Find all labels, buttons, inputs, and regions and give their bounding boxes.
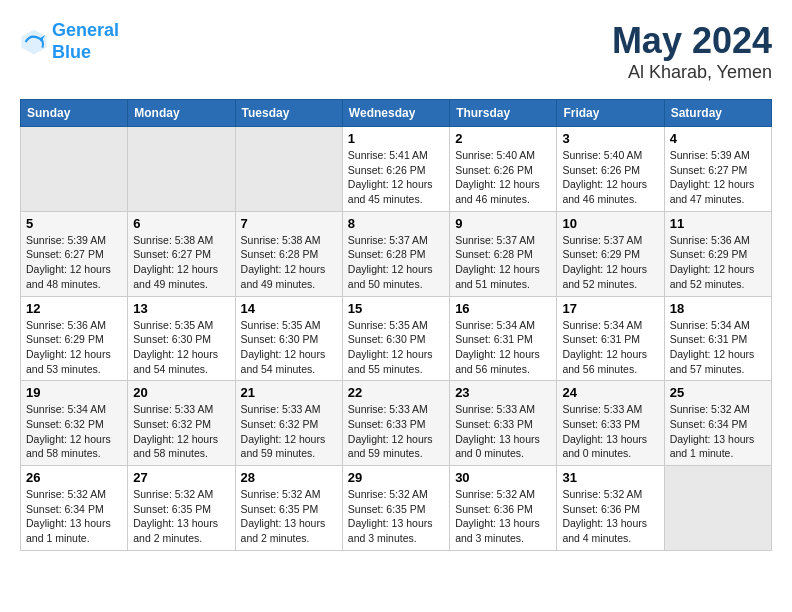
day-number: 15: [348, 301, 444, 316]
day-number: 8: [348, 216, 444, 231]
calendar-cell: 31Sunrise: 5:32 AM Sunset: 6:36 PM Dayli…: [557, 466, 664, 551]
weekday-header: Thursday: [450, 100, 557, 127]
calendar-cell: 12Sunrise: 5:36 AM Sunset: 6:29 PM Dayli…: [21, 296, 128, 381]
day-number: 16: [455, 301, 551, 316]
calendar-cell: 3Sunrise: 5:40 AM Sunset: 6:26 PM Daylig…: [557, 127, 664, 212]
day-number: 7: [241, 216, 337, 231]
day-number: 6: [133, 216, 229, 231]
day-number: 21: [241, 385, 337, 400]
day-number: 25: [670, 385, 766, 400]
day-number: 5: [26, 216, 122, 231]
calendar-cell: 9Sunrise: 5:37 AM Sunset: 6:28 PM Daylig…: [450, 211, 557, 296]
calendar-cell: 5Sunrise: 5:39 AM Sunset: 6:27 PM Daylig…: [21, 211, 128, 296]
day-info: Sunrise: 5:32 AM Sunset: 6:36 PM Dayligh…: [562, 487, 658, 546]
day-info: Sunrise: 5:32 AM Sunset: 6:35 PM Dayligh…: [348, 487, 444, 546]
day-number: 29: [348, 470, 444, 485]
calendar-cell: 21Sunrise: 5:33 AM Sunset: 6:32 PM Dayli…: [235, 381, 342, 466]
day-info: Sunrise: 5:33 AM Sunset: 6:32 PM Dayligh…: [133, 402, 229, 461]
day-number: 28: [241, 470, 337, 485]
day-number: 30: [455, 470, 551, 485]
page-header: General Blue May 2024 Al Kharab, Yemen: [20, 20, 772, 83]
day-number: 10: [562, 216, 658, 231]
calendar-subtitle: Al Kharab, Yemen: [612, 62, 772, 83]
day-info: Sunrise: 5:33 AM Sunset: 6:33 PM Dayligh…: [562, 402, 658, 461]
day-number: 1: [348, 131, 444, 146]
day-info: Sunrise: 5:41 AM Sunset: 6:26 PM Dayligh…: [348, 148, 444, 207]
logo-icon: [20, 28, 48, 56]
calendar-cell: 6Sunrise: 5:38 AM Sunset: 6:27 PM Daylig…: [128, 211, 235, 296]
day-info: Sunrise: 5:32 AM Sunset: 6:35 PM Dayligh…: [133, 487, 229, 546]
calendar-cell: 22Sunrise: 5:33 AM Sunset: 6:33 PM Dayli…: [342, 381, 449, 466]
day-info: Sunrise: 5:34 AM Sunset: 6:31 PM Dayligh…: [670, 318, 766, 377]
day-number: 13: [133, 301, 229, 316]
calendar-cell: 13Sunrise: 5:35 AM Sunset: 6:30 PM Dayli…: [128, 296, 235, 381]
day-info: Sunrise: 5:32 AM Sunset: 6:36 PM Dayligh…: [455, 487, 551, 546]
day-info: Sunrise: 5:38 AM Sunset: 6:28 PM Dayligh…: [241, 233, 337, 292]
logo: General Blue: [20, 20, 119, 63]
day-info: Sunrise: 5:34 AM Sunset: 6:32 PM Dayligh…: [26, 402, 122, 461]
calendar-week-row: 1Sunrise: 5:41 AM Sunset: 6:26 PM Daylig…: [21, 127, 772, 212]
calendar-cell: 1Sunrise: 5:41 AM Sunset: 6:26 PM Daylig…: [342, 127, 449, 212]
day-number: 17: [562, 301, 658, 316]
calendar-cell: 15Sunrise: 5:35 AM Sunset: 6:30 PM Dayli…: [342, 296, 449, 381]
calendar-cell: 26Sunrise: 5:32 AM Sunset: 6:34 PM Dayli…: [21, 466, 128, 551]
day-info: Sunrise: 5:32 AM Sunset: 6:34 PM Dayligh…: [26, 487, 122, 546]
day-info: Sunrise: 5:39 AM Sunset: 6:27 PM Dayligh…: [670, 148, 766, 207]
calendar-cell: 2Sunrise: 5:40 AM Sunset: 6:26 PM Daylig…: [450, 127, 557, 212]
weekday-header: Sunday: [21, 100, 128, 127]
calendar-cell: 7Sunrise: 5:38 AM Sunset: 6:28 PM Daylig…: [235, 211, 342, 296]
calendar-cell: 29Sunrise: 5:32 AM Sunset: 6:35 PM Dayli…: [342, 466, 449, 551]
day-info: Sunrise: 5:40 AM Sunset: 6:26 PM Dayligh…: [455, 148, 551, 207]
calendar-cell: [21, 127, 128, 212]
weekday-header: Wednesday: [342, 100, 449, 127]
day-info: Sunrise: 5:34 AM Sunset: 6:31 PM Dayligh…: [562, 318, 658, 377]
calendar-cell: [664, 466, 771, 551]
day-number: 26: [26, 470, 122, 485]
day-number: 12: [26, 301, 122, 316]
calendar-cell: 27Sunrise: 5:32 AM Sunset: 6:35 PM Dayli…: [128, 466, 235, 551]
day-number: 18: [670, 301, 766, 316]
calendar-week-row: 5Sunrise: 5:39 AM Sunset: 6:27 PM Daylig…: [21, 211, 772, 296]
title-block: May 2024 Al Kharab, Yemen: [612, 20, 772, 83]
calendar-cell: 4Sunrise: 5:39 AM Sunset: 6:27 PM Daylig…: [664, 127, 771, 212]
day-number: 3: [562, 131, 658, 146]
calendar-cell: 17Sunrise: 5:34 AM Sunset: 6:31 PM Dayli…: [557, 296, 664, 381]
day-info: Sunrise: 5:33 AM Sunset: 6:33 PM Dayligh…: [455, 402, 551, 461]
day-number: 24: [562, 385, 658, 400]
calendar-cell: 25Sunrise: 5:32 AM Sunset: 6:34 PM Dayli…: [664, 381, 771, 466]
day-info: Sunrise: 5:37 AM Sunset: 6:29 PM Dayligh…: [562, 233, 658, 292]
weekday-header-row: SundayMondayTuesdayWednesdayThursdayFrid…: [21, 100, 772, 127]
day-info: Sunrise: 5:36 AM Sunset: 6:29 PM Dayligh…: [26, 318, 122, 377]
calendar-cell: 19Sunrise: 5:34 AM Sunset: 6:32 PM Dayli…: [21, 381, 128, 466]
weekday-header: Friday: [557, 100, 664, 127]
weekday-header: Saturday: [664, 100, 771, 127]
weekday-header: Monday: [128, 100, 235, 127]
calendar-cell: 11Sunrise: 5:36 AM Sunset: 6:29 PM Dayli…: [664, 211, 771, 296]
calendar-title: May 2024: [612, 20, 772, 62]
day-info: Sunrise: 5:35 AM Sunset: 6:30 PM Dayligh…: [133, 318, 229, 377]
calendar-table: SundayMondayTuesdayWednesdayThursdayFrid…: [20, 99, 772, 551]
day-info: Sunrise: 5:40 AM Sunset: 6:26 PM Dayligh…: [562, 148, 658, 207]
day-number: 19: [26, 385, 122, 400]
day-info: Sunrise: 5:34 AM Sunset: 6:31 PM Dayligh…: [455, 318, 551, 377]
calendar-cell: [235, 127, 342, 212]
calendar-cell: 30Sunrise: 5:32 AM Sunset: 6:36 PM Dayli…: [450, 466, 557, 551]
weekday-header: Tuesday: [235, 100, 342, 127]
calendar-cell: 16Sunrise: 5:34 AM Sunset: 6:31 PM Dayli…: [450, 296, 557, 381]
calendar-cell: 14Sunrise: 5:35 AM Sunset: 6:30 PM Dayli…: [235, 296, 342, 381]
calendar-week-row: 12Sunrise: 5:36 AM Sunset: 6:29 PM Dayli…: [21, 296, 772, 381]
calendar-week-row: 19Sunrise: 5:34 AM Sunset: 6:32 PM Dayli…: [21, 381, 772, 466]
day-info: Sunrise: 5:32 AM Sunset: 6:35 PM Dayligh…: [241, 487, 337, 546]
day-info: Sunrise: 5:39 AM Sunset: 6:27 PM Dayligh…: [26, 233, 122, 292]
day-number: 14: [241, 301, 337, 316]
calendar-cell: 8Sunrise: 5:37 AM Sunset: 6:28 PM Daylig…: [342, 211, 449, 296]
day-info: Sunrise: 5:33 AM Sunset: 6:32 PM Dayligh…: [241, 402, 337, 461]
calendar-cell: 18Sunrise: 5:34 AM Sunset: 6:31 PM Dayli…: [664, 296, 771, 381]
day-info: Sunrise: 5:37 AM Sunset: 6:28 PM Dayligh…: [348, 233, 444, 292]
day-number: 22: [348, 385, 444, 400]
day-number: 11: [670, 216, 766, 231]
calendar-cell: 20Sunrise: 5:33 AM Sunset: 6:32 PM Dayli…: [128, 381, 235, 466]
day-info: Sunrise: 5:38 AM Sunset: 6:27 PM Dayligh…: [133, 233, 229, 292]
day-info: Sunrise: 5:35 AM Sunset: 6:30 PM Dayligh…: [348, 318, 444, 377]
day-info: Sunrise: 5:36 AM Sunset: 6:29 PM Dayligh…: [670, 233, 766, 292]
